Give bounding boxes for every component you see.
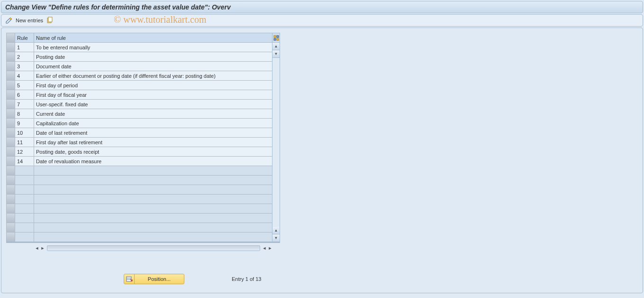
- row-selector[interactable]: [7, 81, 15, 90]
- table-row[interactable]: 4Earlier of either document or posting d…: [7, 71, 272, 81]
- cell-rule-empty[interactable]: [15, 166, 34, 176]
- table-row[interactable]: 2Posting date: [7, 52, 272, 62]
- scroll-down-bottom-button[interactable]: ▼: [272, 234, 280, 242]
- edit-icon[interactable]: [5, 17, 13, 24]
- table-row[interactable]: [7, 195, 272, 204]
- cell-rule[interactable]: 9: [15, 119, 34, 128]
- cell-rule-empty[interactable]: [15, 195, 34, 204]
- row-selector[interactable]: [7, 71, 15, 81]
- row-selector[interactable]: [7, 166, 15, 176]
- table-row[interactable]: [7, 166, 272, 176]
- cell-rule-empty[interactable]: [15, 176, 34, 185]
- column-header-rule[interactable]: Rule: [15, 33, 34, 43]
- cell-rule-empty[interactable]: [15, 233, 34, 242]
- row-selector[interactable]: [7, 176, 15, 185]
- cell-rule[interactable]: 5: [15, 81, 34, 90]
- cell-name[interactable]: First day after last retirement: [34, 138, 272, 147]
- row-selector[interactable]: [7, 157, 15, 166]
- scroll-up-button[interactable]: ▲: [272, 43, 280, 50]
- row-selector[interactable]: [7, 195, 15, 204]
- row-selector-header[interactable]: [7, 33, 15, 43]
- row-selector[interactable]: [7, 119, 15, 128]
- row-selector[interactable]: [7, 223, 15, 233]
- cell-name-empty[interactable]: [34, 233, 272, 242]
- table-row[interactable]: 11First day after last retirement: [7, 138, 272, 147]
- row-selector[interactable]: [7, 100, 15, 109]
- table-row[interactable]: [7, 233, 272, 242]
- table-row[interactable]: [7, 176, 272, 185]
- cell-rule-empty[interactable]: [15, 214, 34, 223]
- table-row[interactable]: 14Date of revaluation measure: [7, 157, 272, 166]
- row-selector[interactable]: [7, 138, 15, 147]
- row-selector[interactable]: [7, 52, 15, 62]
- table-row[interactable]: [7, 204, 272, 214]
- row-selector[interactable]: [7, 128, 15, 138]
- cell-name-empty[interactable]: [34, 185, 272, 195]
- table-row[interactable]: 1To be entered manually: [7, 43, 272, 52]
- table-row[interactable]: 3Document date: [7, 62, 272, 71]
- table-row[interactable]: 10Date of last retirement: [7, 128, 272, 138]
- hscroll-track[interactable]: [47, 245, 260, 251]
- cell-name[interactable]: Capitalization date: [34, 119, 272, 128]
- cell-name-empty[interactable]: [34, 214, 272, 223]
- scroll-up-bottom-button[interactable]: ▲: [272, 227, 280, 234]
- cell-name[interactable]: Posting date: [34, 52, 272, 62]
- cell-name[interactable]: Document date: [34, 62, 272, 71]
- hscroll-right-icon[interactable]: ►: [40, 245, 45, 251]
- row-selector[interactable]: [7, 185, 15, 195]
- cell-name-empty[interactable]: [34, 223, 272, 233]
- hscroll-right2-icon[interactable]: ►: [268, 245, 272, 251]
- cell-name-empty[interactable]: [34, 195, 272, 204]
- cell-name[interactable]: Posting date, goods receipt: [34, 147, 272, 157]
- cell-rule-empty[interactable]: [15, 223, 34, 233]
- table-settings-icon[interactable]: [272, 33, 280, 43]
- cell-rule[interactable]: 11: [15, 138, 34, 147]
- table-row[interactable]: 6First day of fiscal year: [7, 90, 272, 100]
- cell-rule[interactable]: 8: [15, 109, 34, 119]
- hscroll-left2-icon[interactable]: ◄: [262, 245, 267, 251]
- cell-rule[interactable]: 10: [15, 128, 34, 138]
- row-selector[interactable]: [7, 62, 15, 71]
- cell-name-empty[interactable]: [34, 166, 272, 176]
- cell-rule-empty[interactable]: [15, 204, 34, 214]
- table-row[interactable]: [7, 223, 272, 233]
- position-button[interactable]: Position...: [124, 274, 184, 284]
- scroll-down-button[interactable]: ▼: [272, 50, 280, 58]
- table-row[interactable]: 5First day of period: [7, 81, 272, 90]
- table-row[interactable]: 12Posting date, goods receipt: [7, 147, 272, 157]
- cell-rule[interactable]: 3: [15, 62, 34, 71]
- cell-rule[interactable]: 1: [15, 43, 34, 52]
- row-selector[interactable]: [7, 109, 15, 119]
- cell-name-empty[interactable]: [34, 176, 272, 185]
- table-row[interactable]: 8Current date: [7, 109, 272, 119]
- cell-rule-empty[interactable]: [15, 185, 34, 195]
- table-row[interactable]: [7, 185, 272, 195]
- cell-rule[interactable]: 2: [15, 52, 34, 62]
- cell-name[interactable]: Current date: [34, 109, 272, 119]
- cell-rule[interactable]: 7: [15, 100, 34, 109]
- table-row[interactable]: 7User-specif. fixed date: [7, 100, 272, 109]
- cell-name[interactable]: To be entered manually: [34, 43, 272, 52]
- scroll-track-top[interactable]: [272, 58, 280, 227]
- row-selector[interactable]: [7, 204, 15, 214]
- row-selector[interactable]: [7, 214, 15, 223]
- cell-name[interactable]: First day of fiscal year: [34, 90, 272, 100]
- cell-name[interactable]: Date of revaluation measure: [34, 157, 272, 166]
- table-row[interactable]: [7, 214, 272, 223]
- row-selector[interactable]: [7, 90, 15, 100]
- cell-rule[interactable]: 14: [15, 157, 34, 166]
- cell-rule[interactable]: 12: [15, 147, 34, 157]
- cell-name[interactable]: Date of last retirement: [34, 128, 272, 138]
- cell-name[interactable]: Earlier of either document or posting da…: [34, 71, 272, 81]
- cell-rule[interactable]: 4: [15, 71, 34, 81]
- row-selector[interactable]: [7, 147, 15, 157]
- row-selector[interactable]: [7, 43, 15, 52]
- cell-name-empty[interactable]: [34, 204, 272, 214]
- hscroll-left-icon[interactable]: ◄: [35, 245, 39, 251]
- cell-rule[interactable]: 6: [15, 90, 34, 100]
- row-selector[interactable]: [7, 233, 15, 242]
- copy-icon[interactable]: [46, 17, 54, 24]
- cell-name[interactable]: User-specif. fixed date: [34, 100, 272, 109]
- column-header-name[interactable]: Name of rule: [34, 33, 272, 43]
- new-entries-button[interactable]: New entries: [16, 18, 43, 23]
